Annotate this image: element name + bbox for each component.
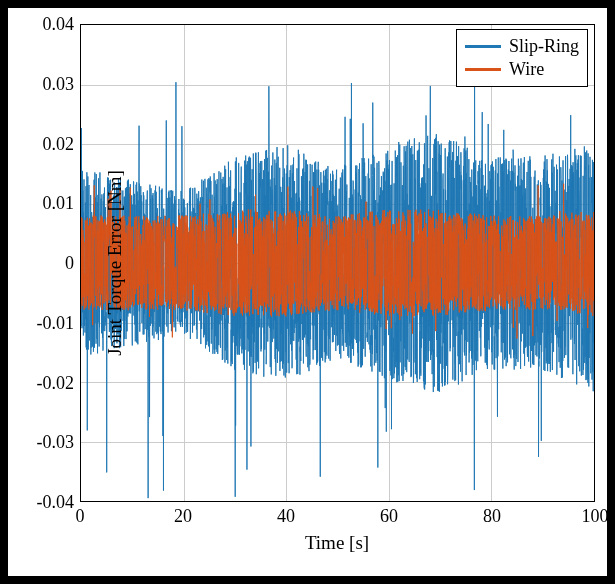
y-tick-label: -0.01	[24, 313, 74, 334]
x-tick-label: 20	[174, 506, 192, 527]
legend-swatch-slip-ring	[465, 45, 501, 48]
y-tick-label: 0	[24, 253, 74, 274]
legend: Slip-Ring Wire	[456, 29, 588, 87]
y-tick-label: 0.01	[24, 193, 74, 214]
x-tick-label: 0	[76, 506, 85, 527]
chart-container: Slip-Ring Wire -0.04 -0.03 -0.02 -0.01 0…	[8, 8, 607, 576]
y-tick-label: -0.04	[24, 492, 74, 513]
x-tick-label: 80	[483, 506, 501, 527]
y-tick-label: 0.04	[24, 14, 74, 35]
y-axis-label: Joint Torque Error [Nm]	[104, 170, 126, 356]
y-tick-label: -0.02	[24, 373, 74, 394]
legend-item-slip-ring: Slip-Ring	[465, 36, 579, 57]
x-tick-label: 60	[380, 506, 398, 527]
x-tick-label: 40	[277, 506, 295, 527]
legend-item-wire: Wire	[465, 59, 579, 80]
y-tick-label: 0.03	[24, 74, 74, 95]
x-axis-label: Time [s]	[305, 532, 369, 554]
x-tick-label: 100	[582, 506, 609, 527]
plot-area: Slip-Ring Wire	[80, 24, 595, 502]
legend-label: Wire	[509, 59, 544, 80]
data-svg	[81, 25, 594, 501]
y-tick-label: 0.02	[24, 134, 74, 155]
legend-swatch-wire	[465, 68, 501, 71]
y-tick-label: -0.03	[24, 432, 74, 453]
legend-label: Slip-Ring	[509, 36, 579, 57]
